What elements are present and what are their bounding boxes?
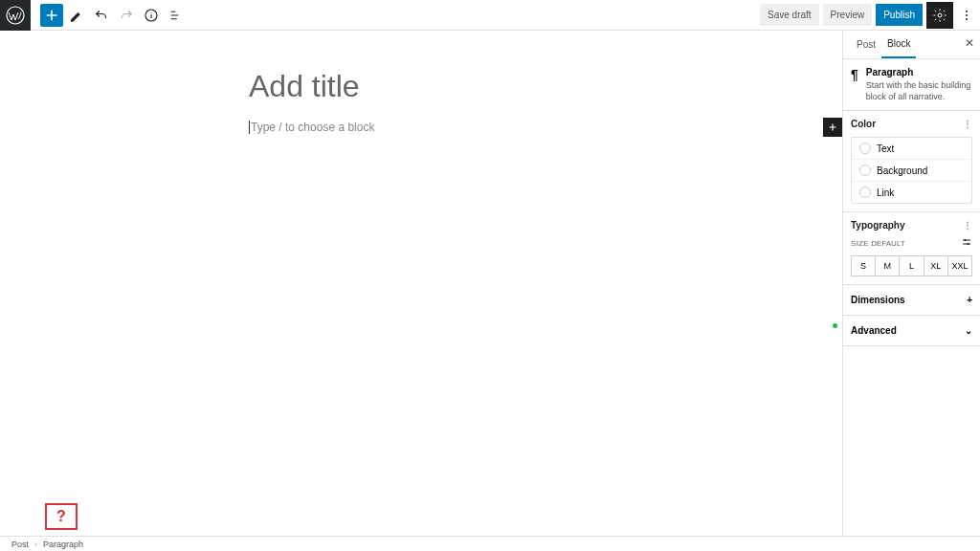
help-button[interactable]: ?: [45, 503, 78, 530]
tab-block[interactable]: Block: [881, 31, 916, 58]
size-xxl[interactable]: XXL: [948, 256, 971, 276]
toolbar-right: Save draft Preview Publish: [760, 2, 980, 29]
chevron-down-icon: ⌄: [965, 325, 972, 336]
swatch-icon: [859, 143, 871, 154]
breadcrumb-separator: ›: [34, 540, 37, 549]
block-name: Paragraph: [866, 67, 972, 77]
info-icon[interactable]: [140, 4, 163, 27]
swatch-icon: [859, 165, 871, 176]
save-draft-button[interactable]: Save draft: [760, 4, 819, 26]
color-background[interactable]: Background: [852, 160, 971, 182]
undo-icon[interactable]: [90, 4, 113, 27]
inline-add-block-button[interactable]: [823, 118, 842, 137]
more-options-icon[interactable]: [957, 2, 976, 29]
sidebar-tabs: Post Block ✕: [843, 31, 980, 59]
svg-point-6: [965, 239, 967, 241]
add-block-button[interactable]: [40, 4, 63, 27]
typography-heading: Typography: [851, 220, 904, 231]
typography-options-icon[interactable]: ⋮: [963, 220, 972, 231]
dimensions-panel[interactable]: Dimensions +: [843, 285, 980, 316]
size-settings-icon[interactable]: [961, 236, 972, 250]
typography-panel: Typography ⋮ SIZE DEFAULT S M L XL XXL: [843, 212, 980, 285]
editor-canvas[interactable]: Add title Type / to choose a block: [0, 31, 842, 536]
color-heading: Color: [851, 119, 876, 129]
paragraph-block-input[interactable]: Type / to choose a block: [249, 121, 574, 134]
advanced-panel[interactable]: Advanced ⌄: [843, 316, 980, 346]
paragraph-icon: ¶: [851, 67, 858, 102]
size-options: S M L XL XXL: [851, 255, 972, 276]
post-title-input[interactable]: Add title: [249, 69, 842, 104]
tab-post[interactable]: Post: [851, 32, 881, 57]
outline-icon[interactable]: [165, 4, 188, 27]
breadcrumb-post[interactable]: Post: [11, 540, 29, 549]
plus-icon: +: [967, 295, 972, 305]
size-xl[interactable]: XL: [924, 256, 948, 276]
block-info-section: ¶ Paragraph Start with the basic buildin…: [843, 59, 980, 111]
color-options-icon[interactable]: ⋮: [963, 119, 972, 129]
size-m[interactable]: M: [876, 256, 900, 276]
settings-button[interactable]: [926, 2, 953, 29]
svg-point-2: [938, 13, 942, 17]
wordpress-logo[interactable]: [0, 0, 31, 31]
breadcrumb: Post › Paragraph: [0, 536, 980, 551]
redo-icon[interactable]: [115, 4, 138, 27]
breadcrumb-current[interactable]: Paragraph: [43, 540, 83, 549]
toolbar-left: [31, 4, 188, 27]
preview-button[interactable]: Preview: [823, 4, 873, 26]
top-toolbar: Save draft Preview Publish: [0, 0, 980, 31]
color-panel: Color ⋮ Text Background Link: [843, 111, 980, 212]
size-l[interactable]: L: [900, 256, 924, 276]
swatch-icon: [859, 187, 871, 198]
close-sidebar-icon[interactable]: ✕: [965, 36, 974, 50]
color-link[interactable]: Link: [852, 182, 971, 203]
svg-point-4: [966, 14, 968, 16]
edit-mode-icon[interactable]: [65, 4, 88, 27]
svg-point-5: [966, 18, 968, 20]
editor-body: Add title Type / to choose a block Post …: [0, 31, 980, 536]
settings-sidebar: Post Block ✕ ¶ Paragraph Start with the …: [842, 31, 980, 536]
svg-point-7: [968, 243, 969, 245]
svg-point-3: [966, 11, 968, 12]
indicator-dot: [833, 323, 837, 328]
color-text[interactable]: Text: [852, 138, 971, 160]
block-description: Start with the basic building block of a…: [866, 80, 972, 102]
size-label: SIZE: [851, 239, 869, 248]
publish-button[interactable]: Publish: [876, 4, 923, 26]
size-s[interactable]: S: [852, 256, 876, 276]
